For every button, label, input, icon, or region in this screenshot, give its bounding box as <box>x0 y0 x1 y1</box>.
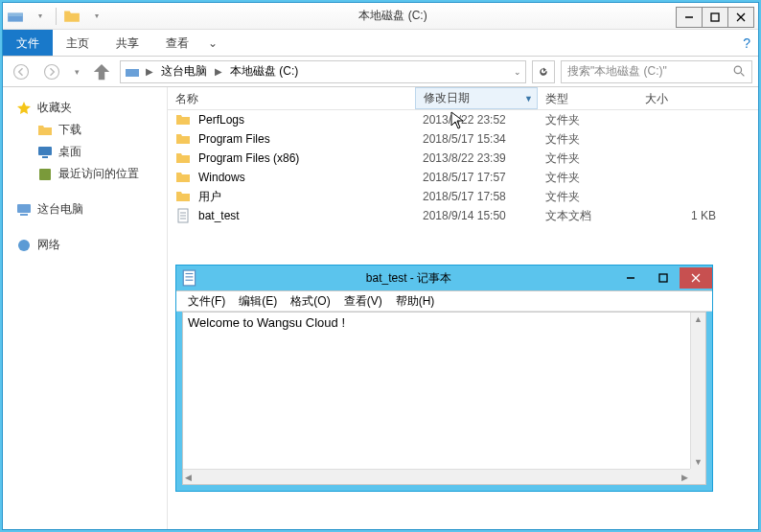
tab-share[interactable]: 共享 <box>103 30 152 56</box>
scrollbar-vertical[interactable]: ▲▼ <box>690 312 705 469</box>
menu-help[interactable]: 帮助(H) <box>390 293 441 310</box>
folder-icon <box>175 150 191 166</box>
drive-icon <box>7 8 24 25</box>
address-bar[interactable]: ▶ 这台电脑 ▶ 本地磁盘 (C:) ⌄ <box>120 60 526 83</box>
search-icon <box>733 65 746 78</box>
nav-network[interactable]: 网络 <box>3 234 167 256</box>
notepad-maximize-button[interactable] <box>647 267 680 289</box>
file-row[interactable]: bat_test2018/9/14 15:50文本文档1 KB <box>168 206 758 225</box>
nav-favorites[interactable]: 收藏夹 <box>3 97 167 119</box>
search-placeholder: 搜索"本地磁盘 (C:)" <box>567 63 733 80</box>
scroll-left-icon[interactable]: ◀ <box>183 471 194 484</box>
nav-desktop[interactable]: 桌面 <box>3 141 167 163</box>
notepad-close-button[interactable] <box>680 267 712 289</box>
file-row[interactable]: Windows2018/5/17 17:57文件夹 <box>168 168 758 187</box>
file-name: bat_test <box>198 209 423 222</box>
menu-view[interactable]: 查看(V) <box>338 293 388 310</box>
menu-file[interactable]: 文件(F) <box>182 293 231 310</box>
svg-rect-15 <box>20 214 28 216</box>
file-date: 2018/5/17 17:58 <box>423 190 545 203</box>
file-row[interactable]: 用户2018/5/17 17:58文件夹 <box>168 187 758 206</box>
file-date: 2013/8/22 23:39 <box>423 151 545 165</box>
navbar: ▾ ▶ 这台电脑 ▶ 本地磁盘 (C:) ⌄ 搜索"本地磁盘 (C:)" <box>3 57 758 87</box>
file-name: Windows <box>198 171 423 184</box>
chevron-down-icon[interactable]: ▼ <box>524 94 533 104</box>
close-button[interactable] <box>727 7 754 28</box>
search-input[interactable]: 搜索"本地磁盘 (C:)" <box>561 60 752 83</box>
dropdown-icon[interactable]: ▾ <box>32 8 49 25</box>
menu-edit[interactable]: 编辑(E) <box>233 293 283 310</box>
ribbon-tabs: 文件 主页 共享 查看 ⌄ ? <box>3 30 758 57</box>
svg-point-16 <box>18 240 30 251</box>
explorer-titlebar[interactable]: ▾ ▾ 本地磁盘 (C:) <box>3 3 758 30</box>
file-date: 2018/5/17 15:34 <box>423 132 545 146</box>
tab-view[interactable]: 查看 <box>152 30 202 56</box>
forward-button[interactable] <box>39 59 64 84</box>
svg-point-7 <box>45 64 59 79</box>
folder-icon <box>175 189 191 204</box>
file-name: 用户 <box>198 189 423 205</box>
history-dropdown[interactable]: ▾ <box>70 59 83 84</box>
addr-dropdown-icon[interactable]: ⌄ <box>514 67 521 77</box>
file-row[interactable]: PerfLogs2013/8/22 23:52文件夹 <box>168 110 758 129</box>
text-file-icon <box>175 208 191 223</box>
file-name: Program Files (x86) <box>198 151 423 165</box>
svg-line-10 <box>741 73 744 76</box>
svg-rect-3 <box>711 13 719 21</box>
ribbon-expand-icon[interactable]: ⌄ <box>202 30 223 56</box>
props-dropdown-icon[interactable]: ▾ <box>88 8 105 25</box>
column-header-date[interactable]: 修改日期▼ <box>415 87 538 109</box>
folder-icon <box>175 112 191 127</box>
scroll-up-icon[interactable]: ▲ <box>692 312 704 326</box>
file-type: 文件夹 <box>545 131 645 148</box>
notepad-icon <box>181 269 198 287</box>
drive-icon <box>125 64 140 80</box>
scroll-right-icon[interactable]: ▶ <box>680 471 690 484</box>
scrollbar-horizontal[interactable]: ◀▶ <box>183 469 690 484</box>
nav-pane: 收藏夹 下载 桌面 最近访问的位置 这台电脑 网络 <box>3 87 168 529</box>
svg-rect-8 <box>126 69 139 77</box>
file-date: 2013/8/22 23:52 <box>423 113 545 127</box>
file-type: 文件夹 <box>545 150 645 167</box>
folder-icon <box>175 131 191 147</box>
chevron-right-icon[interactable]: ▶ <box>144 66 155 77</box>
column-header-type[interactable]: 类型 <box>538 87 637 109</box>
svg-rect-26 <box>659 274 667 282</box>
notepad-textarea[interactable]: Welcome to Wangsu Cloud ! ▲▼ ◀▶ <box>182 312 706 485</box>
file-type: 文件夹 <box>545 112 645 128</box>
column-header-size[interactable]: 大小 <box>637 87 714 109</box>
nav-thispc[interactable]: 这台电脑 <box>3 198 167 220</box>
back-button[interactable] <box>9 59 34 84</box>
notepad-minimize-button[interactable] <box>614 267 647 289</box>
help-icon[interactable]: ? <box>743 30 750 56</box>
scroll-down-icon[interactable]: ▼ <box>692 455 704 469</box>
file-row[interactable]: Program Files (x86)2013/8/22 23:39文件夹 <box>168 149 758 168</box>
window-title: 本地磁盘 (C:) <box>109 8 677 24</box>
file-row[interactable]: Program Files2018/5/17 15:34文件夹 <box>168 129 758 149</box>
file-type: 文件夹 <box>545 170 645 186</box>
tab-file[interactable]: 文件 <box>3 30 53 56</box>
file-name: Program Files <box>198 132 423 146</box>
svg-rect-1 <box>8 12 23 15</box>
file-type: 文件夹 <box>545 189 645 205</box>
resize-grip[interactable] <box>690 469 705 484</box>
maximize-button[interactable] <box>702 7 728 28</box>
folder-icon[interactable] <box>63 8 81 25</box>
up-button[interactable] <box>89 59 114 84</box>
svg-point-6 <box>14 64 29 79</box>
breadcrumb-loc[interactable]: 本地磁盘 (C:) <box>228 63 300 80</box>
file-date: 2018/5/17 17:57 <box>423 171 545 184</box>
chevron-right-icon[interactable]: ▶ <box>213 66 224 77</box>
tab-home[interactable]: 主页 <box>53 30 103 56</box>
notepad-titlebar[interactable]: bat_test - 记事本 <box>176 266 712 290</box>
minimize-button[interactable] <box>676 7 703 28</box>
menu-format[interactable]: 格式(O) <box>285 293 335 310</box>
column-header-name[interactable]: 名称 <box>168 87 415 109</box>
file-type: 文本文档 <box>545 208 645 224</box>
nav-recent[interactable]: 最近访问的位置 <box>3 163 167 185</box>
refresh-button[interactable] <box>532 60 555 83</box>
svg-rect-13 <box>39 169 51 180</box>
breadcrumb-root[interactable]: 这台电脑 <box>159 63 209 80</box>
nav-downloads[interactable]: 下载 <box>3 119 167 141</box>
notepad-title: bat_test - 记事本 <box>203 270 614 287</box>
